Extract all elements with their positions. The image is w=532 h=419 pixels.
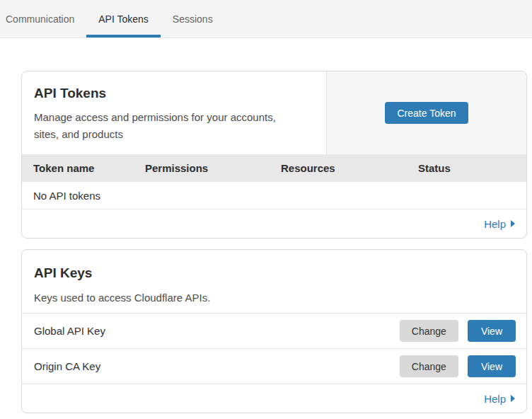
origin-ca-key-row: Origin CA Key Change View [22, 349, 526, 384]
api-keys-card-header: API Keys Keys used to access Cloudflare … [22, 250, 526, 314]
global-api-key-view-button[interactable]: View [468, 320, 516, 342]
tokens-col-resources: Resources [270, 162, 407, 174]
global-api-key-label: Global API Key [34, 325, 400, 337]
tokens-empty-message: No API tokens [33, 190, 100, 202]
api-tokens-card-header-text: API Tokens Manage access and permissions… [22, 71, 326, 154]
tab-api-tokens[interactable]: API Tokens [86, 0, 161, 38]
tokens-empty-row: No API tokens [22, 182, 526, 210]
tab-bar: Communication API Tokens Sessions [0, 0, 532, 38]
tokens-col-permissions: Permissions [134, 162, 270, 174]
tokens-help-row: Help [22, 210, 526, 238]
tokens-help-link[interactable]: Help [484, 218, 515, 230]
tab-sessions[interactable]: Sessions [161, 0, 225, 38]
keys-help-row: Help [22, 384, 526, 413]
api-tokens-card: API Tokens Manage access and permissions… [21, 71, 527, 239]
help-arrow-icon [511, 220, 515, 227]
create-token-button[interactable]: Create Token [385, 102, 468, 124]
api-tokens-action-panel: Create Token [326, 71, 526, 154]
origin-ca-key-label: Origin CA Key [34, 360, 400, 372]
tokens-col-token-name: Token name [22, 162, 134, 174]
keys-help-label: Help [484, 393, 506, 405]
origin-ca-key-view-button[interactable]: View [468, 355, 516, 377]
api-tokens-title: API Tokens [34, 86, 314, 101]
keys-help-link[interactable]: Help [484, 393, 515, 405]
tab-communication[interactable]: Communication [6, 0, 86, 38]
api-keys-subtitle: Keys used to access Cloudflare APIs. [34, 289, 285, 306]
global-api-key-row: Global API Key Change View [22, 314, 526, 349]
tokens-help-label: Help [484, 218, 506, 230]
api-tokens-subtitle: Manage access and permissions for your a… [34, 109, 285, 143]
tokens-col-status: Status [407, 162, 526, 174]
global-api-key-change-button[interactable]: Change [400, 320, 458, 342]
help-arrow-icon [511, 395, 515, 402]
origin-ca-key-change-button[interactable]: Change [400, 355, 458, 377]
tokens-table-header: Token name Permissions Resources Status [22, 154, 526, 182]
api-keys-title: API Keys [34, 265, 514, 281]
api-tokens-card-header: API Tokens Manage access and permissions… [22, 71, 526, 154]
api-keys-card: API Keys Keys used to access Cloudflare … [21, 249, 527, 413]
